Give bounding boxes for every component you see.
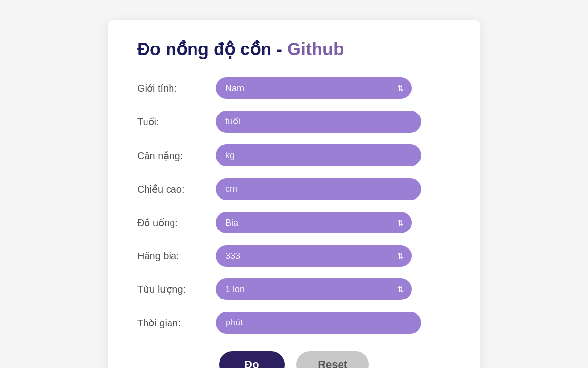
time-input[interactable] bbox=[216, 312, 421, 334]
height-input[interactable] bbox=[216, 178, 421, 200]
main-container: Đo nồng độ cồn - Github Giới tính: Nam N… bbox=[108, 20, 480, 368]
height-control bbox=[216, 178, 451, 200]
quantity-row: Tửu lượng: 1 lon 2 lon 3 lon 4 lon 5 lon bbox=[137, 278, 451, 300]
drink-select-wrapper: Bia Rượu vang Rượu mạnh bbox=[216, 212, 412, 233]
time-label: Thời gian: bbox=[137, 317, 216, 329]
page-title: Đo nồng độ cồn - Github bbox=[137, 39, 451, 60]
weight-label: Cân nặng: bbox=[137, 150, 216, 161]
age-label: Tuổi: bbox=[137, 116, 216, 128]
reset-button[interactable]: Reset bbox=[296, 351, 369, 368]
brand-select[interactable]: 333 Heineken Tiger Saigon bbox=[216, 245, 412, 267]
button-row: Đo Reset bbox=[137, 351, 451, 368]
weight-input[interactable] bbox=[216, 144, 421, 166]
brand-row: Hãng bia: 333 Heineken Tiger Saigon bbox=[137, 245, 451, 267]
time-row: Thời gian: bbox=[137, 312, 451, 334]
age-row: Tuổi: bbox=[137, 111, 451, 133]
weight-control bbox=[216, 144, 451, 166]
brand-select-wrapper: 333 Heineken Tiger Saigon bbox=[216, 245, 412, 267]
title-main-text: Đo nồng độ cồn - bbox=[137, 39, 287, 59]
drink-row: Đồ uống: Bia Rượu vang Rượu mạnh bbox=[137, 212, 451, 233]
drink-select[interactable]: Bia Rượu vang Rượu mạnh bbox=[216, 212, 412, 233]
gender-label: Giới tính: bbox=[137, 82, 216, 94]
quantity-control: 1 lon 2 lon 3 lon 4 lon 5 lon bbox=[216, 278, 451, 300]
time-control bbox=[216, 312, 451, 334]
age-control bbox=[216, 111, 451, 133]
drink-control: Bia Rượu vang Rượu mạnh bbox=[216, 212, 451, 233]
github-link[interactable]: Github bbox=[287, 39, 344, 59]
quantity-label: Tửu lượng: bbox=[137, 283, 216, 295]
gender-row: Giới tính: Nam Nữ bbox=[137, 77, 451, 99]
brand-control: 333 Heineken Tiger Saigon bbox=[216, 245, 451, 267]
gender-select[interactable]: Nam Nữ bbox=[216, 77, 412, 99]
submit-button[interactable]: Đo bbox=[219, 351, 285, 368]
weight-row: Cân nặng: bbox=[137, 144, 451, 166]
quantity-select[interactable]: 1 lon 2 lon 3 lon 4 lon 5 lon bbox=[216, 278, 412, 300]
gender-select-wrapper: Nam Nữ bbox=[216, 77, 412, 99]
height-row: Chiều cao: bbox=[137, 178, 451, 200]
gender-control: Nam Nữ bbox=[216, 77, 451, 99]
quantity-select-wrapper: 1 lon 2 lon 3 lon 4 lon 5 lon bbox=[216, 278, 412, 300]
brand-label: Hãng bia: bbox=[137, 251, 216, 262]
drink-label: Đồ uống: bbox=[137, 217, 216, 229]
height-label: Chiều cao: bbox=[137, 184, 216, 195]
age-input[interactable] bbox=[216, 111, 421, 133]
